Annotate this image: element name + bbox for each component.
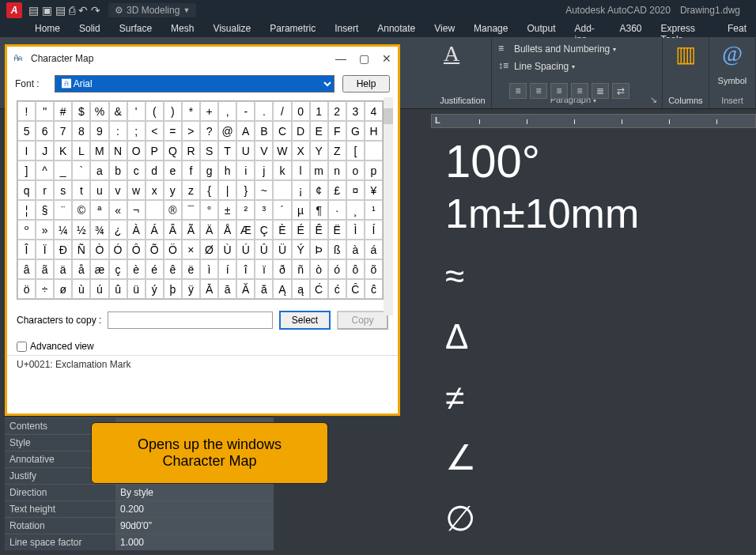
char-cell[interactable]: â — [17, 259, 36, 279]
char-cell[interactable]: c — [127, 160, 146, 180]
justify-icon[interactable]: ≡ — [571, 83, 588, 99]
char-cell[interactable]: ß — [328, 240, 346, 259]
char-cell[interactable]: ­ — [146, 200, 164, 220]
char-cell[interactable]: ¢ — [310, 180, 328, 200]
char-cell[interactable]: ÷ — [36, 279, 54, 299]
ribbon-tab-visualize[interactable]: Visualize — [203, 21, 260, 37]
char-cell[interactable]: ð — [273, 259, 291, 279]
ribbon-tab-insert[interactable]: Insert — [325, 21, 368, 37]
char-cell[interactable]: r — [36, 180, 54, 200]
linespacing-button[interactable]: ↕≡ Line Spacing ▾ — [497, 59, 657, 74]
char-cell[interactable]: ã — [36, 259, 54, 279]
char-cell[interactable]: í — [218, 259, 236, 279]
ribbon-tab-output[interactable]: Output — [517, 21, 565, 37]
char-cell[interactable]: = — [164, 121, 182, 141]
char-cell[interactable]: O — [127, 141, 146, 160]
char-cell[interactable]: ] — [17, 160, 36, 180]
ribbon-tab-home[interactable]: Home — [25, 21, 70, 37]
char-cell[interactable]: a — [90, 160, 108, 180]
char-cell[interactable]: Í — [365, 220, 383, 240]
char-cell[interactable]: Ć — [310, 279, 328, 299]
columns-icon[interactable]: ▥ — [673, 41, 698, 66]
char-cell[interactable]: å — [72, 259, 90, 279]
char-cell[interactable]: ¤ — [346, 180, 365, 200]
char-cell[interactable]: Â — [164, 220, 182, 240]
drawing-symbol[interactable]: ≈ — [445, 255, 756, 297]
char-cell[interactable]: R — [182, 141, 200, 160]
drawing-text-2[interactable]: 1m±10mm — [445, 191, 756, 236]
open-icon[interactable]: ▣ — [42, 4, 52, 17]
char-cell[interactable]: ï — [255, 259, 273, 279]
char-cell[interactable]: G — [346, 121, 365, 141]
char-cell[interactable]: î — [236, 259, 255, 279]
char-cell[interactable]: ¿ — [109, 220, 127, 240]
char-cell[interactable]: 3 — [346, 101, 365, 121]
property-row[interactable]: Rotation90d0'0" — [5, 517, 274, 534]
quick-access-toolbar[interactable]: ▤ ▣ ▤ ⎙ ↶ ↷ — [28, 4, 100, 17]
char-cell[interactable]: e — [164, 160, 182, 180]
ribbon-tab-express tools[interactable]: Express Tools — [652, 21, 718, 37]
char-cell[interactable]: Ā — [200, 279, 218, 299]
char-cell[interactable]: - — [236, 101, 255, 121]
char-cell[interactable]: ¹ — [365, 200, 383, 220]
char-cell[interactable]: ¨ — [54, 200, 72, 220]
char-cell[interactable]: À — [127, 220, 146, 240]
ribbon-tab-solid[interactable]: Solid — [70, 21, 110, 37]
char-cell[interactable]: d — [146, 160, 164, 180]
ribbon-tab-a360[interactable]: A360 — [610, 21, 652, 37]
drawing-text-1[interactable]: 100° — [445, 136, 756, 187]
char-cell[interactable]: s — [54, 180, 72, 200]
char-cell[interactable]: µ — [292, 200, 310, 220]
char-cell[interactable]: · — [328, 200, 346, 220]
char-cell[interactable]: ô — [346, 259, 365, 279]
char-cell[interactable]: Ù — [218, 240, 236, 259]
char-cell[interactable]: æ — [90, 259, 108, 279]
char-cell[interactable]: õ — [365, 259, 383, 279]
char-cell[interactable]: ª — [90, 200, 108, 220]
save-icon[interactable]: ▤ — [55, 4, 66, 17]
char-cell[interactable]: ¬ — [127, 200, 146, 220]
char-cell[interactable]: ¸ — [346, 200, 365, 220]
drawing-symbol[interactable]: ∅ — [445, 498, 756, 540]
char-cell[interactable] — [365, 141, 383, 160]
char-cell[interactable]: ( — [146, 101, 164, 121]
font-select[interactable]: 🅰 Arial — [55, 75, 335, 92]
char-cell[interactable]: U — [236, 141, 255, 160]
char-cell[interactable]: D — [292, 121, 310, 141]
workspace-dropdown[interactable]: ⚙ 3D Modeling ▼ — [108, 3, 196, 17]
char-cell[interactable]: P — [146, 141, 164, 160]
char-cell[interactable]: Ç — [255, 220, 273, 240]
drawing-symbol[interactable]: ≠ — [445, 377, 756, 419]
char-cell[interactable]: o — [346, 160, 365, 180]
char-cell[interactable]: 4 — [365, 101, 383, 121]
ribbon-tab-manage[interactable]: Manage — [464, 21, 517, 37]
char-cell[interactable]: X — [292, 141, 310, 160]
advanced-view-checkbox[interactable] — [17, 342, 27, 352]
char-cell[interactable]: þ — [164, 279, 182, 299]
drawing-symbol[interactable]: Δ — [445, 316, 756, 358]
char-cell[interactable]: " — [36, 101, 54, 121]
char-cell[interactable]: [ — [346, 141, 365, 160]
char-cell[interactable]: p — [365, 160, 383, 180]
char-cell[interactable]: Ú — [236, 240, 255, 259]
char-cell[interactable]: ý — [146, 279, 164, 299]
char-cell[interactable]: 5 — [17, 121, 36, 141]
new-icon[interactable]: ▤ — [28, 4, 39, 17]
char-cell[interactable]: K — [54, 141, 72, 160]
char-cell[interactable]: Ô — [127, 240, 146, 259]
char-cell[interactable]: ë — [182, 259, 200, 279]
justification-button[interactable]: Justification — [439, 96, 486, 105]
char-cell[interactable]: W — [273, 141, 291, 160]
char-cell[interactable]: f — [182, 160, 200, 180]
char-cell[interactable]: ; — [127, 121, 146, 141]
char-cell[interactable]: V — [255, 141, 273, 160]
char-cell[interactable]: Þ — [310, 240, 328, 259]
char-cell[interactable]: ì — [200, 259, 218, 279]
char-cell[interactable]: j — [255, 160, 273, 180]
char-cell[interactable]: Ø — [200, 240, 218, 259]
char-cell[interactable]: ) — [164, 101, 182, 121]
char-cell[interactable]: Ä — [200, 220, 218, 240]
symbol-icon[interactable]: @ — [720, 41, 745, 66]
char-cell[interactable]: i — [236, 160, 255, 180]
charmap-titlebar[interactable]: 🗛 Character Map — ▢ ✕ — [7, 47, 398, 70]
